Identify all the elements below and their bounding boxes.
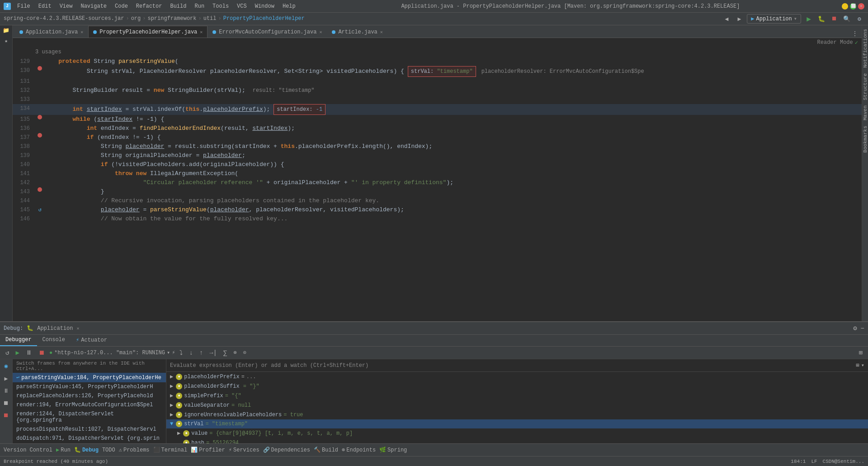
debug-button[interactable]: 🐛 — [816, 14, 826, 24]
var-arrow-simplePrefix[interactable]: ▶ — [170, 392, 173, 399]
menu-help[interactable]: Help — [279, 2, 299, 10]
menu-window[interactable]: Window — [251, 2, 278, 10]
resume-button[interactable]: ▶ — [14, 348, 21, 357]
reader-mode-label[interactable]: Reader Mode — [817, 39, 853, 46]
problems-tab[interactable]: ⚠ Problems — [119, 447, 150, 453]
tab-close-article[interactable]: ✕ — [380, 29, 383, 35]
breadcrumb-part-org[interactable]: org — [131, 15, 141, 22]
eval-expand-button[interactable]: ▾ — [861, 362, 864, 369]
menu-edit[interactable]: Edit — [35, 2, 55, 10]
close-button[interactable]: ✕ — [858, 3, 864, 10]
menu-tools[interactable]: Tools — [209, 2, 232, 10]
menu-refactor[interactable]: Refactor — [132, 2, 166, 10]
tab-propertyplaceholderhelper[interactable]: PropertyPlaceholderHelper.java ✕ — [88, 26, 208, 38]
debug-session-label[interactable]: Application — [37, 325, 73, 332]
breakpoint-130[interactable] — [38, 66, 42, 71]
debug-side-btn-3[interactable]: ⏸ — [2, 386, 10, 396]
run-button[interactable]: ▶ — [804, 14, 814, 24]
todo-tab[interactable]: TODO — [102, 447, 115, 453]
debug-session-close[interactable]: ✕ — [76, 326, 79, 331]
breakpoint-135[interactable] — [38, 115, 42, 119]
structure-tab[interactable]: Structure — [863, 73, 868, 100]
breadcrumb-part-util[interactable]: util — [203, 15, 217, 22]
tab-actuator[interactable]: ⚡ Actuator — [71, 335, 113, 346]
step-out-button[interactable]: ↑ — [198, 348, 205, 357]
mute-breakpoints-button[interactable]: ⊙ — [241, 348, 248, 357]
pause-button[interactable]: ⏸ — [24, 348, 34, 357]
step-into-button[interactable]: ↓ — [187, 348, 194, 357]
search-everywhere-button[interactable]: 🔍 — [842, 14, 852, 24]
var-arrow-strVal[interactable]: ▼ — [170, 421, 173, 427]
step-over-button[interactable]: ⤵ — [178, 348, 184, 357]
frame-item-6[interactable]: doDispatch:971, DispatcherServlet {org.s… — [13, 434, 166, 443]
var-item-ignoreUnresolvable[interactable]: ▶ ● ignoreUnresolvablePlaceholders = tru… — [166, 410, 868, 419]
frame-item-4[interactable]: render:1244, DispatcherServlet {org.spri… — [13, 409, 166, 425]
settings-button[interactable]: ⚙ — [854, 14, 864, 24]
minimize-button[interactable]: − — [842, 3, 848, 10]
menu-vcs[interactable]: VCS — [233, 2, 250, 10]
var-arrow-valueSeparator[interactable]: ▶ — [170, 402, 173, 409]
frame-item-3[interactable]: render:194, ErrorMvcAutoConfiguration$Sp… — [13, 400, 166, 409]
breadcrumb-part-springframework[interactable]: springframework — [147, 15, 196, 22]
var-arrow-placeholderSuffix[interactable]: ▶ — [170, 383, 173, 390]
frame-item-1[interactable]: parseStringValue:145, PropertyPlaceholde… — [13, 382, 166, 391]
tab-application-java[interactable]: Application.java ✕ — [14, 26, 88, 38]
menu-build[interactable]: Build — [166, 2, 190, 10]
code-area[interactable]: 129 protected String parseStringValue( 1… — [13, 57, 862, 321]
var-item-hash[interactable]: ▶ ● hash = 55126294 — [166, 438, 868, 443]
vcs-back-button[interactable]: ◀ — [722, 14, 731, 24]
thread-filter-icon[interactable]: ▾ — [167, 349, 170, 356]
menu-navigate[interactable]: Navigate — [77, 2, 110, 10]
restore-layout-button[interactable]: ⊞ — [857, 348, 864, 357]
breakpoint-143[interactable] — [38, 187, 42, 192]
debug-minimize-button[interactable]: − — [861, 325, 864, 332]
menu-code[interactable]: Code — [111, 2, 132, 10]
thread-filter-button[interactable]: ⚡ — [172, 349, 175, 356]
var-item-valueSeparator[interactable]: ▶ ● valueSeparator = null — [166, 400, 868, 410]
frame-item-2[interactable]: replacePlaceholders:126, PropertyPlaceho… — [13, 391, 166, 400]
project-icon[interactable]: 📁 — [3, 27, 9, 34]
bookmarks-tab[interactable]: Bookmarks — [863, 126, 868, 152]
var-item-placeholderSuffix[interactable]: ▶ ● placeholderSuffix = "}" — [166, 381, 868, 391]
profiler-tab[interactable]: 📊 Profiler — [191, 447, 225, 453]
version-control-tab[interactable]: Version Control — [4, 447, 52, 453]
spring-tab[interactable]: 🌿 Spring — [379, 447, 407, 453]
reader-mode-check[interactable]: ✓ — [855, 39, 858, 46]
debug-side-btn-1[interactable]: ◉ — [3, 361, 9, 371]
stop-debug-button[interactable]: ⏹ — [37, 348, 47, 357]
tab-debugger[interactable]: Debugger — [0, 335, 37, 346]
tabs-overflow-button[interactable]: ⋮ — [848, 30, 862, 38]
var-arrow-placeholderPrefix[interactable]: ▶ — [170, 373, 173, 380]
build-tab[interactable]: 🔨 Build — [314, 447, 338, 453]
maximize-button[interactable]: ⬜ — [850, 3, 856, 10]
menu-run[interactable]: Run — [191, 2, 208, 10]
tab-article-java[interactable]: Article.java ✕ — [327, 26, 387, 38]
breadcrumb-part-class[interactable]: PropertyPlaceholderHelper — [223, 15, 305, 22]
var-arrow-value[interactable]: ▶ — [177, 430, 180, 437]
favorite-icon[interactable]: ★ — [5, 38, 8, 44]
run-config-dropdown[interactable]: ▶ Application ▾ — [747, 14, 801, 24]
notifications-tab[interactable]: Notifications — [863, 29, 868, 68]
frame-item-0[interactable]: ↩ parseStringValue:184, PropertyPlacehol… — [13, 373, 166, 382]
services-tab[interactable]: ⚡ Services — [229, 447, 259, 453]
var-arrow-ignoreUnresolvable[interactable]: ▶ — [170, 411, 173, 418]
eval-copy-button[interactable]: ⊞ — [856, 362, 859, 369]
evaluate-button[interactable]: ∑ — [222, 348, 229, 357]
menu-view[interactable]: View — [56, 2, 76, 10]
debug-side-btn-4[interactable]: ⏹ — [2, 399, 10, 408]
restart-button[interactable]: ↺ — [4, 348, 11, 357]
dependencies-tab[interactable]: 🔗 Dependencies — [263, 447, 310, 453]
tab-errormvcautoconfiguration[interactable]: ErrorMvcAutoConfiguration.java ✕ — [208, 26, 327, 38]
tab-close-propertyplaceholder[interactable]: ✕ — [200, 29, 203, 35]
thread-selector[interactable]: ● *http-nio-127.0... "main": RUNNING ▾ ⚡ — [49, 349, 175, 356]
terminal-tab[interactable]: ⬛ Terminal — [153, 447, 188, 453]
debug-tab[interactable]: 🐛 Debug — [74, 447, 99, 453]
debug-side-btn-5[interactable]: ⏹ — [2, 411, 10, 420]
run-to-cursor-button[interactable]: →| — [208, 348, 219, 357]
menu-file[interactable]: File — [14, 2, 34, 10]
breakpoints-button[interactable]: ⊗ — [231, 348, 238, 357]
breakpoint-137[interactable] — [38, 133, 42, 138]
stop-button[interactable]: ⏹ — [829, 14, 839, 24]
endpoints-tab[interactable]: ⊗ Endpoints — [342, 447, 376, 453]
run-tab[interactable]: ▶ Run — [56, 447, 71, 453]
